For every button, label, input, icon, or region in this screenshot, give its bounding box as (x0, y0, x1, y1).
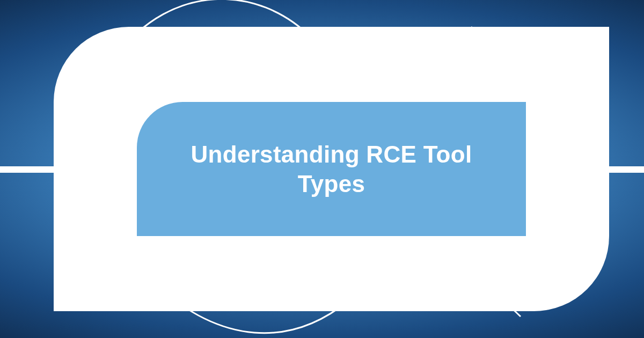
banner-title: Understanding RCE Tool Types (174, 139, 488, 199)
horizontal-bar-right (609, 166, 644, 173)
inner-blue-shape: Understanding RCE Tool Types (137, 102, 526, 236)
horizontal-bar-left (0, 166, 54, 173)
